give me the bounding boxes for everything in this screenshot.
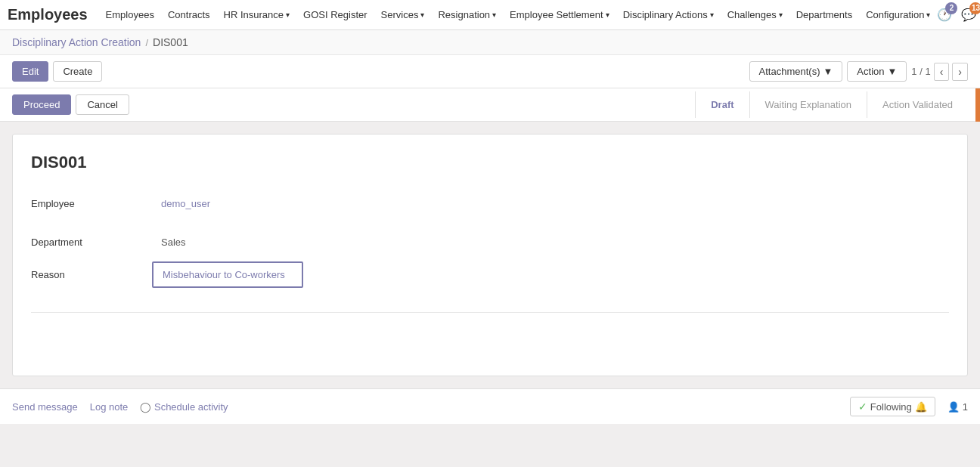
chat-badge: 13 [969, 2, 980, 14]
followers-icon: 👤 [947, 401, 960, 413]
footer-right: ✓ Following 🔔 👤 1 [850, 397, 968, 416]
followers-number: 1 [963, 401, 968, 413]
log-note-link[interactable]: Log note [90, 401, 129, 413]
reason-label: Reason [31, 261, 152, 288]
workflow-buttons: Proceed Cancel [12, 88, 129, 121]
status-bar-wrapper: Proceed Cancel Draft Waiting Explanation… [0, 88, 980, 122]
caret-icon: ▾ [606, 11, 609, 19]
attachments-caret: ▼ [823, 66, 833, 77]
clock-icon-badge[interactable]: 🕐 2 [936, 7, 953, 23]
action-caret: ▼ [887, 66, 897, 77]
step-waiting[interactable]: Waiting Explanation [749, 91, 867, 118]
action-button[interactable]: Action ▼ [847, 61, 907, 82]
status-steps: Draft Waiting Explanation Action Validat… [695, 91, 968, 118]
action-label: Action [857, 66, 884, 77]
cancel-button[interactable]: Cancel [76, 94, 129, 115]
caret-icon: ▾ [710, 11, 714, 19]
main-content: DIS001 Employee demo_user Department Sal… [0, 122, 980, 388]
department-label: Department [31, 229, 152, 255]
breadcrumb-current: DIS001 [153, 36, 188, 48]
step-validated[interactable]: Action Validated [867, 91, 968, 118]
record-title: DIS001 [31, 153, 949, 172]
caret-icon: ▾ [420, 11, 424, 19]
nav-items: EmployeesContractsHR Insurance▾GOSI Regi… [100, 0, 937, 30]
nav-item-contracts[interactable]: Contracts [162, 0, 216, 30]
nav-item-employees[interactable]: Employees [100, 0, 160, 30]
employee-value[interactable]: demo_user [152, 190, 949, 217]
orange-accent-bar [975, 88, 980, 122]
record-card: DIS001 Employee demo_user Department Sal… [12, 134, 968, 376]
toolbar: Edit Create Attachment(s) ▼ Action ▼ 1 /… [0, 55, 980, 88]
edit-button[interactable]: Edit [12, 61, 48, 82]
nav-item-challenges[interactable]: Challenges▾ [721, 0, 789, 30]
chat-icon-badge[interactable]: 💬 13 [960, 7, 977, 23]
schedule-icon: ◯ [140, 401, 151, 413]
next-page-button[interactable]: › [952, 63, 968, 81]
following-label: Following [870, 401, 912, 413]
prev-page-button[interactable]: ‹ [934, 63, 950, 81]
notes-area [31, 312, 949, 357]
attachments-label: Attachment(s) [759, 66, 820, 77]
caret-icon: ▾ [492, 11, 496, 19]
following-button[interactable]: ✓ Following 🔔 [850, 397, 935, 416]
nav-item-resignation[interactable]: Resignation▾ [432, 0, 502, 30]
status-bar: Proceed Cancel Draft Waiting Explanation… [0, 88, 980, 122]
pagination-text: 1 / 1 [911, 66, 930, 77]
nav-item-departments[interactable]: Departments [790, 0, 858, 30]
reason-value-cell: Misbehaviour to Co-workers [152, 255, 949, 294]
clock-badge: 2 [945, 2, 957, 14]
top-nav: Employees EmployeesContractsHR Insurance… [0, 0, 980, 30]
department-value[interactable]: Sales [152, 229, 949, 255]
breadcrumb-parent[interactable]: Disciplinary Action Creation [12, 36, 141, 48]
nav-right: 🕐 2 💬 13 🔔 👤 Administrator ▼ [936, 3, 980, 27]
breadcrumb-separator: / [145, 37, 148, 48]
form-grid: Employee demo_user Department Sales Reas… [31, 190, 949, 294]
pagination: 1 / 1 ‹ › [911, 63, 968, 81]
nav-item-gosi-register[interactable]: GOSI Register [297, 0, 374, 30]
breadcrumb: Disciplinary Action Creation / DIS001 [0, 30, 980, 55]
nav-item-services[interactable]: Services▾ [375, 0, 431, 30]
nav-item-configuration[interactable]: Configuration▾ [860, 0, 936, 30]
following-bell-icon: 🔔 [915, 401, 927, 413]
nav-item-hr-insurance[interactable]: HR Insurance▾ [218, 0, 296, 30]
proceed-button[interactable]: Proceed [12, 94, 71, 115]
send-message-link[interactable]: Send message [12, 401, 78, 413]
caret-icon: ▾ [286, 11, 290, 19]
following-check-icon: ✓ [858, 401, 867, 413]
step-draft[interactable]: Draft [695, 91, 749, 118]
schedule-activity-link[interactable]: ◯ Schedule activity [140, 401, 228, 413]
employee-label: Employee [31, 190, 152, 217]
footer: Send message Log note ◯ Schedule activit… [0, 388, 980, 424]
reason-value[interactable]: Misbehaviour to Co-workers [152, 261, 303, 288]
brand-logo: Employees [8, 6, 88, 23]
followers-count: 👤 1 [947, 401, 968, 413]
nav-item-disciplinary-actions[interactable]: Disciplinary Actions▾ [617, 0, 720, 30]
attachments-button[interactable]: Attachment(s) ▼ [749, 61, 843, 82]
create-button[interactable]: Create [53, 61, 102, 82]
caret-icon: ▾ [779, 11, 783, 19]
caret-icon: ▾ [926, 11, 930, 19]
nav-item-employee-settlement[interactable]: Employee Settlement▾ [504, 0, 616, 30]
